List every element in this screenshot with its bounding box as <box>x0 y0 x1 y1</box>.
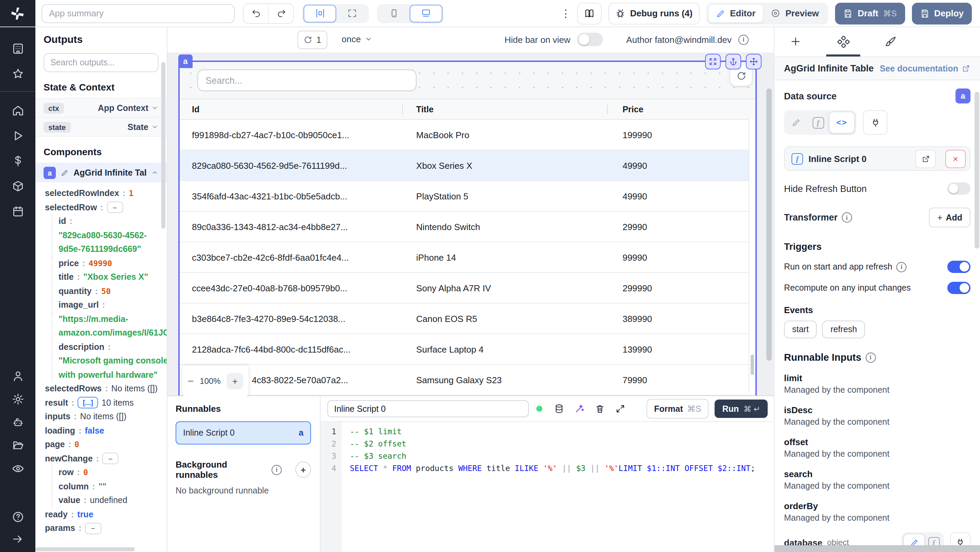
output-tree-line[interactable]: title:"Xbox Series X" <box>52 270 167 284</box>
table-row[interactable]: 354f6afd-43ac-4321-b1bc-0b5e5adcb...Play… <box>180 181 756 212</box>
ctx-row[interactable]: ctx App Context <box>35 98 167 118</box>
database-icon[interactable] <box>554 404 564 414</box>
table-row[interactable]: f991898d-cb27-4ac7-b10c-0b9050ce1...MacB… <box>180 120 756 150</box>
more-menu-icon[interactable]: ⋮ <box>561 7 570 19</box>
template-button[interactable]: f <box>807 111 829 134</box>
table-column-header[interactable]: Id <box>180 105 402 114</box>
recompute-toggle[interactable] <box>947 282 970 294</box>
table-column-header[interactable]: Title <box>402 105 607 114</box>
runnable-item-inline-script-0[interactable]: Inline Script 0 a <box>176 421 311 444</box>
output-tree-line[interactable]: loading:false <box>45 424 167 437</box>
output-tree-line[interactable]: price:49990 <box>52 256 167 270</box>
favorites-star-icon[interactable] <box>11 67 24 80</box>
tab-styling[interactable] <box>881 27 901 56</box>
run-on-start-info-icon[interactable]: i <box>896 262 907 272</box>
expand-component-button[interactable] <box>705 54 721 69</box>
runs-icon[interactable] <box>11 129 24 142</box>
output-tree-line[interactable]: image_url: <box>52 298 167 312</box>
table-vertical-scrollbar[interactable] <box>749 119 756 393</box>
output-tree-line[interactable]: id: <box>52 215 167 228</box>
refresh-interval-dropdown[interactable]: once <box>342 31 372 48</box>
tab-editor[interactable]: Editor <box>708 5 763 22</box>
debug-runs-button[interactable]: Debug runs (4) <box>608 2 699 24</box>
see-documentation-link[interactable]: See documentation <box>880 64 970 73</box>
runnable-inputs-info-icon[interactable]: i <box>865 352 875 363</box>
centered-layout-button[interactable] <box>304 5 336 22</box>
delete-trash-icon[interactable] <box>595 404 605 414</box>
table-row[interactable]: 4c83-8022-5e70a07a2...Samsung Galaxy S23… <box>180 365 756 395</box>
add-transformer-button[interactable]: +Add <box>929 208 970 227</box>
event-pill-refresh[interactable]: refresh <box>822 321 865 338</box>
docs-button[interactable] <box>577 2 601 24</box>
output-tree-line[interactable]: "829ca080-5630-4562- <box>52 228 167 242</box>
background-runnables-info-icon[interactable]: i <box>272 465 282 475</box>
output-tree-line[interactable]: page:0 <box>45 437 167 452</box>
tab-preview[interactable]: Preview <box>763 5 826 22</box>
component-output-row[interactable]: a AgGrid Infinite Table <box>35 163 167 182</box>
run-on-start-toggle[interactable] <box>947 261 970 273</box>
audit-eye-icon[interactable] <box>11 462 24 475</box>
collapse-object-button[interactable]: – <box>102 453 119 465</box>
table-row[interactable]: c303bce7-cb2e-42c6-8fdf-6aa01fc4e4...iPh… <box>180 242 756 273</box>
output-tree-line[interactable]: selectedRowIndex:1 <box>45 186 167 200</box>
tab-insert-component[interactable] <box>785 27 806 56</box>
output-tree-line[interactable]: with powerful hardware" <box>52 368 167 382</box>
output-tree-line[interactable]: selectedRows:No items ([]) <box>45 382 167 396</box>
output-tree-line[interactable]: amazon.com/images/I/61JGKho <box>52 326 167 340</box>
output-tree-line[interactable]: newChange:– <box>45 452 167 466</box>
output-tree-line[interactable]: column:"" <box>52 479 167 493</box>
search-outputs-input[interactable] <box>43 53 159 72</box>
format-button[interactable]: Format⌘S <box>646 399 708 418</box>
sql-code[interactable]: -- $1 limit-- $2 offset-- $3 searchSELEC… <box>342 422 775 552</box>
settings-gear-icon[interactable] <box>11 393 24 406</box>
canvas-vertical-scrollbar[interactable] <box>766 89 772 361</box>
app-canvas[interactable]: a IdTitlePrice <box>167 52 775 396</box>
anchor-component-button[interactable] <box>725 54 741 69</box>
eval-code-button[interactable]: <> <box>829 111 855 134</box>
table-search-input[interactable] <box>197 69 417 91</box>
static-value-button[interactable] <box>785 111 807 134</box>
deploy-button[interactable]: Deploy <box>912 2 972 24</box>
output-tree-line[interactable]: quantity:50 <box>52 284 167 298</box>
output-tree-line[interactable]: params:– <box>45 521 167 535</box>
collapse-object-button[interactable]: – <box>107 202 123 213</box>
settings-vertical-scrollbar[interactable] <box>975 92 979 248</box>
desktop-view-button[interactable] <box>410 5 442 22</box>
table-column-header[interactable]: Price <box>607 105 756 114</box>
windmill-logo[interactable] <box>0 0 35 27</box>
outputs-horizontal-scrollbar[interactable] <box>35 547 135 551</box>
output-tree-line[interactable]: "Microsoft gaming console <box>52 354 167 368</box>
full-width-layout-button[interactable] <box>336 5 368 21</box>
add-background-runnable-button[interactable]: + <box>295 461 311 478</box>
output-tree-line[interactable]: inputs:No items ([]) <box>45 410 167 424</box>
output-tree-line[interactable]: selectedRow:– <box>45 200 167 215</box>
output-tree-line[interactable]: row:0 <box>52 466 167 479</box>
ai-wand-icon[interactable] <box>574 404 585 414</box>
table-row[interactable]: b3e864c8-7fe3-4270-89e9-54c12038...Canon… <box>180 304 756 334</box>
resources-icon[interactable] <box>11 180 24 192</box>
state-row[interactable]: state State <box>35 118 167 137</box>
run-button[interactable]: Run⌘ ↵ <box>715 399 768 418</box>
collapse-rail-arrow-icon[interactable] <box>11 533 24 545</box>
help-icon[interactable] <box>11 511 24 523</box>
variables-icon[interactable] <box>11 154 24 167</box>
output-tree-line[interactable]: "https://m.media- <box>52 312 167 326</box>
detach-script-button[interactable]: × <box>945 150 966 168</box>
table-row[interactable]: ccee43dc-27e0-40a8-b768-b09579b0...Sony … <box>180 273 756 304</box>
collapse-object-button[interactable]: – <box>85 523 101 534</box>
event-pill-start[interactable]: start <box>784 321 817 338</box>
open-script-button[interactable] <box>915 150 936 168</box>
hide-refresh-toggle[interactable] <box>947 182 970 195</box>
expand-array-button[interactable]: [...] <box>78 397 98 409</box>
undo-button[interactable] <box>243 4 268 23</box>
attached-inline-script-row[interactable]: f Inline Script 0 × <box>784 146 970 171</box>
zoom-out-button[interactable]: − <box>188 375 194 387</box>
zoom-in-button[interactable]: + <box>227 373 243 389</box>
app-summary-input[interactable] <box>41 4 235 23</box>
script-name-input[interactable] <box>327 400 529 417</box>
connect-input-button[interactable] <box>863 110 888 135</box>
workspace-icon[interactable] <box>11 42 24 55</box>
author-info-icon[interactable]: i <box>738 34 749 45</box>
home-icon[interactable] <box>11 104 24 117</box>
redo-button[interactable] <box>268 4 293 23</box>
